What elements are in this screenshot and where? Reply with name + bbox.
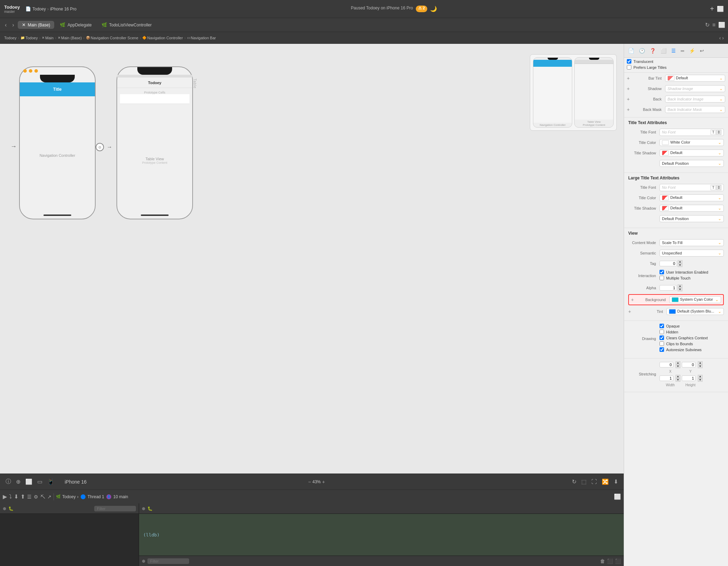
- breadcrumb-forward-btn[interactable]: ›: [722, 35, 724, 41]
- stretch-x-input[interactable]: [660, 362, 673, 367]
- alpha-stepper[interactable]: ▲ ▼: [678, 284, 682, 291]
- step-in-btn[interactable]: ⬇: [14, 493, 18, 500]
- tint-plus[interactable]: +: [628, 309, 634, 314]
- title-shadow-dropdown[interactable]: Default ⌄: [660, 149, 724, 156]
- bar-tint-dropdown[interactable]: Default ⌄: [665, 75, 725, 82]
- stretch-w-stepper[interactable]: ▲ ▼: [676, 375, 680, 382]
- breadcrumb-main[interactable]: ✕ Main: [42, 36, 54, 40]
- panel-icon-connect[interactable]: ⚡: [688, 47, 696, 55]
- back-plus[interactable]: +: [627, 96, 632, 102]
- user-interaction-checkbox[interactable]: [660, 270, 664, 274]
- refresh-button[interactable]: ↻: [705, 22, 710, 28]
- breadcrumb-nav-bar[interactable]: ▭ Navigation Bar: [187, 36, 216, 40]
- forward-button[interactable]: ›: [10, 21, 16, 29]
- tag-up[interactable]: ▲: [678, 260, 682, 264]
- zoom-in-btn[interactable]: +: [322, 479, 325, 485]
- breadcrumb-nav-controller-scene[interactable]: 📦 Navigation Controller Scene: [86, 36, 138, 40]
- mem-btn[interactable]: ☰: [27, 494, 32, 500]
- canvas-btn5[interactable]: ⬇: [612, 477, 620, 486]
- prefers-large-titles-checkbox[interactable]: [627, 65, 631, 70]
- sy-up[interactable]: ▲: [698, 361, 703, 365]
- background-dropdown[interactable]: System Cyan Color ⌄: [669, 296, 721, 303]
- panel-icon-size[interactable]: ═: [679, 47, 686, 55]
- stretch-y-stepper[interactable]: ▲ ▼: [698, 361, 703, 368]
- title-font-dropdown[interactable]: No Font T ⇕: [660, 129, 724, 136]
- phone-btn[interactable]: 📱: [46, 477, 56, 486]
- back-button[interactable]: ‹: [3, 21, 9, 29]
- hidden-checkbox[interactable]: [660, 330, 664, 334]
- autoresize-checkbox[interactable]: [660, 347, 664, 352]
- background-plus[interactable]: +: [631, 297, 637, 302]
- stretch-x-stepper[interactable]: ▲ ▼: [676, 361, 680, 368]
- tab-appdelegate[interactable]: 🌿 AppDelegate: [56, 21, 96, 29]
- window-button[interactable]: ⬜: [717, 6, 724, 12]
- debug-right-btn[interactable]: ⬜: [614, 493, 621, 500]
- panel-icon-back[interactable]: ↩: [698, 47, 705, 55]
- large-font-stepper[interactable]: ⇕: [716, 185, 721, 190]
- step-over-btn[interactable]: ⤵: [9, 494, 12, 500]
- tag-input[interactable]: [660, 261, 677, 266]
- alpha-input[interactable]: [660, 285, 677, 291]
- sw-up[interactable]: ▲: [676, 375, 680, 378]
- multiple-touch-checkbox[interactable]: [660, 276, 664, 280]
- split-btn[interactable]: ⬛: [607, 558, 613, 564]
- debug-btn2[interactable]: ⚙: [34, 494, 38, 500]
- step-out-btn[interactable]: ⬆: [21, 493, 25, 500]
- stretch-h-input[interactable]: [682, 375, 696, 381]
- alpha-down[interactable]: ▼: [678, 288, 682, 291]
- grid-button[interactable]: ⬜: [718, 22, 725, 28]
- stretch-w-input[interactable]: [660, 375, 673, 381]
- tag-down[interactable]: ▼: [678, 264, 682, 267]
- large-title-font-dropdown[interactable]: No Font T ⇕: [660, 184, 724, 191]
- semantic-dropdown[interactable]: Unspecified ⌄: [660, 250, 724, 257]
- shadow-dropdown[interactable]: Shadow Image ⌄: [665, 85, 725, 92]
- content-mode-dropdown[interactable]: Scale To Fill ⌄: [660, 239, 724, 246]
- clips-bounds-checkbox[interactable]: [660, 341, 664, 346]
- title-position-dropdown[interactable]: Default Position ⌄: [660, 160, 724, 167]
- refresh-canvas-btn[interactable]: ↻: [571, 477, 578, 486]
- trash-btn[interactable]: 🗑: [600, 558, 605, 564]
- opaque-checkbox[interactable]: [660, 324, 664, 328]
- breadcrumb-back-btn[interactable]: ‹: [719, 35, 721, 41]
- right-filter-input[interactable]: [147, 558, 189, 564]
- shadow-plus[interactable]: +: [627, 86, 632, 91]
- canvas-btn3[interactable]: ⛶: [590, 477, 598, 486]
- info-btn[interactable]: ⓘ: [4, 477, 13, 487]
- back-dropdown[interactable]: Back Indicator Image ⌄: [665, 96, 725, 103]
- sw-down[interactable]: ▼: [676, 378, 680, 382]
- large-title-color-dropdown[interactable]: Default ⌄: [660, 194, 724, 201]
- stretch-h-stepper[interactable]: ▲ ▼: [698, 375, 703, 382]
- tab-todolist[interactable]: 🌿 TodoListViewController: [97, 21, 156, 29]
- add-button[interactable]: +: [710, 5, 714, 13]
- zoom-out-btn[interactable]: −: [308, 479, 311, 485]
- play-btn[interactable]: ▶: [3, 493, 7, 500]
- canvas-btn4[interactable]: 🔀: [600, 477, 610, 486]
- breadcrumb-nav-controller[interactable]: 🔶 Navigation Controller: [142, 36, 183, 40]
- panel-icon-view[interactable]: ⬜: [659, 47, 668, 55]
- translucent-checkbox[interactable]: [627, 59, 631, 64]
- sx-up[interactable]: ▲: [676, 361, 680, 365]
- canvas-content[interactable]: → Title Navigation Controller: [0, 44, 624, 474]
- breadcrumb-todoey1[interactable]: Todoey: [4, 36, 16, 40]
- stretch-y-input[interactable]: [682, 362, 696, 367]
- panel-icon-list[interactable]: ☰: [670, 47, 677, 55]
- sy-down[interactable]: ▼: [698, 365, 703, 368]
- large-position-dropdown[interactable]: Default Position ⌄: [660, 215, 724, 222]
- large-title-shadow-dropdown[interactable]: Default ⌄: [660, 205, 724, 212]
- title-color-dropdown[interactable]: White Color ⌄: [660, 139, 724, 146]
- tint-dropdown[interactable]: Default (System Blu... ⌄: [666, 308, 724, 315]
- title-font-stepper[interactable]: ⇕: [716, 130, 721, 135]
- back-mask-plus[interactable]: +: [627, 107, 632, 112]
- panel-icon-clock[interactable]: 🕐: [638, 47, 646, 55]
- bar-tint-plus[interactable]: +: [627, 75, 632, 81]
- alpha-up[interactable]: ▲: [678, 284, 682, 288]
- tag-stepper[interactable]: ▲ ▼: [678, 260, 682, 267]
- frame-btn[interactable]: ⬜: [24, 477, 34, 486]
- breadcrumb-todoey2[interactable]: 📁 Todoey: [21, 36, 38, 40]
- sh-up[interactable]: ▲: [698, 375, 703, 378]
- panel-icon-help[interactable]: ❓: [648, 47, 657, 55]
- back-mask-dropdown[interactable]: Back Indicator Mask ⌄: [665, 106, 725, 113]
- panel-icon-doc[interactable]: 📄: [627, 47, 636, 55]
- sh-down[interactable]: ▼: [698, 378, 703, 382]
- tab-main-base[interactable]: ✕ Main (Base): [18, 21, 55, 29]
